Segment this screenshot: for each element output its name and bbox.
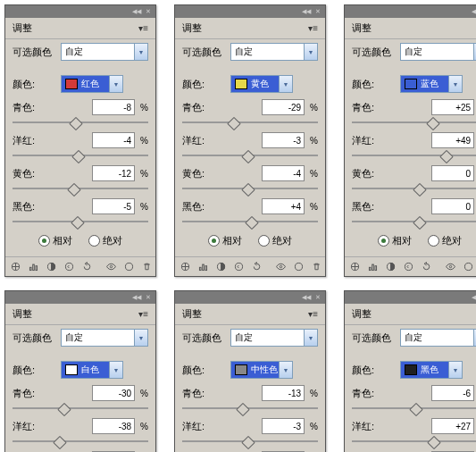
slider-track[interactable]	[352, 403, 476, 414]
levels-icon[interactable]	[28, 260, 39, 273]
close-icon[interactable]: ✕	[313, 293, 322, 302]
value-input[interactable]	[92, 165, 135, 181]
visibility-icon[interactable]	[105, 260, 117, 273]
slider-thumb[interactable]	[228, 117, 242, 131]
value-input[interactable]	[262, 165, 305, 181]
mask-icon[interactable]	[46, 260, 57, 273]
value-input[interactable]	[262, 99, 305, 115]
radio-relative[interactable]: 相对	[38, 234, 72, 247]
slider-track[interactable]	[182, 403, 318, 414]
slider-thumb[interactable]	[413, 216, 427, 230]
value-input[interactable]	[92, 198, 135, 214]
minimize-icon[interactable]: ◀◀	[132, 293, 141, 302]
slider-thumb[interactable]	[426, 117, 440, 131]
value-input[interactable]	[92, 385, 135, 401]
slider-thumb[interactable]	[241, 183, 255, 197]
reset-icon[interactable]	[81, 260, 93, 273]
value-input[interactable]	[262, 198, 305, 214]
color-select[interactable]: 黑色▼	[400, 361, 463, 379]
chevron-down-icon[interactable]: ▼	[279, 76, 292, 92]
minimize-icon[interactable]: ◀◀	[302, 7, 311, 16]
minimize-icon[interactable]: ◀◀	[472, 293, 476, 302]
color-select[interactable]: 蓝色▼	[400, 75, 463, 93]
chevron-down-icon[interactable]: ▼	[448, 76, 462, 92]
value-input[interactable]	[92, 132, 135, 148]
slider-thumb[interactable]	[236, 403, 250, 417]
trash-icon[interactable]	[311, 260, 322, 273]
view-prev-icon[interactable]	[233, 260, 245, 273]
value-input[interactable]	[92, 99, 135, 115]
slider-track[interactable]	[182, 117, 318, 128]
slider-track[interactable]	[182, 216, 318, 227]
value-input[interactable]	[262, 385, 305, 401]
slider-thumb[interactable]	[241, 436, 255, 450]
slider-track[interactable]	[182, 150, 318, 161]
preset-select[interactable]: 自定▼	[400, 329, 476, 347]
slider-track[interactable]	[13, 436, 148, 447]
chevron-down-icon[interactable]: ▼	[448, 362, 462, 378]
minimize-icon[interactable]: ◀◀	[132, 7, 141, 16]
selective-color-icon[interactable]	[10, 260, 21, 273]
slider-track[interactable]	[352, 183, 476, 194]
preset-select[interactable]: 自定▼	[230, 43, 318, 61]
preset-select[interactable]: 自定▼	[61, 329, 148, 347]
slider-thumb[interactable]	[71, 150, 86, 164]
radio-absolute[interactable]: 绝对	[88, 234, 122, 247]
slider-track[interactable]	[13, 403, 148, 414]
levels-icon[interactable]	[367, 260, 379, 273]
slider-thumb[interactable]	[413, 183, 427, 197]
slider-thumb[interactable]	[246, 216, 260, 230]
radio-relative[interactable]: 相对	[208, 234, 242, 247]
chevron-down-icon[interactable]: ▼	[304, 44, 317, 60]
slider-thumb[interactable]	[410, 403, 424, 417]
slider-thumb[interactable]	[53, 436, 67, 450]
slider-track[interactable]	[182, 183, 318, 194]
reset-icon[interactable]	[421, 260, 432, 273]
radio-absolute[interactable]: 绝对	[258, 234, 292, 247]
chevron-down-icon[interactable]: ▼	[134, 330, 147, 346]
color-select[interactable]: 黄色▼	[230, 75, 293, 93]
value-input[interactable]	[92, 418, 135, 434]
clip-icon[interactable]	[463, 260, 474, 273]
value-input[interactable]	[431, 165, 474, 181]
slider-track[interactable]	[182, 436, 318, 447]
slider-track[interactable]	[352, 436, 476, 447]
close-icon[interactable]: ✕	[313, 7, 322, 16]
panel-tab[interactable]: 调整▾≡	[345, 18, 476, 39]
panel-tab[interactable]: 调整▾≡	[345, 304, 476, 325]
radio-absolute[interactable]: 绝对	[428, 234, 462, 247]
panel-tab[interactable]: 调整▾≡	[5, 304, 155, 325]
value-input[interactable]	[431, 385, 474, 401]
value-input[interactable]	[431, 418, 474, 434]
chevron-down-icon[interactable]: ▼	[304, 330, 317, 346]
slider-thumb[interactable]	[428, 436, 442, 450]
slider-track[interactable]	[352, 216, 476, 227]
visibility-icon[interactable]	[445, 260, 456, 273]
close-icon[interactable]: ✕	[144, 7, 153, 16]
view-prev-icon[interactable]	[403, 260, 414, 273]
slider-thumb[interactable]	[71, 216, 85, 230]
chevron-down-icon[interactable]: ▼	[109, 362, 122, 378]
panel-menu-icon[interactable]: ▾≡	[138, 309, 148, 319]
value-input[interactable]	[262, 132, 305, 148]
slider-track[interactable]	[13, 150, 148, 161]
slider-thumb[interactable]	[67, 183, 81, 197]
slider-track[interactable]	[13, 183, 148, 194]
trash-icon[interactable]	[141, 260, 153, 273]
panel-menu-icon[interactable]: ▾≡	[308, 309, 318, 319]
color-select[interactable]: 白色▼	[61, 361, 123, 379]
value-input[interactable]	[262, 418, 305, 434]
selective-color-icon[interactable]	[349, 260, 361, 273]
clip-icon[interactable]	[123, 260, 135, 273]
minimize-icon[interactable]: ◀◀	[302, 293, 311, 302]
visibility-icon[interactable]	[275, 260, 287, 273]
slider-thumb[interactable]	[439, 150, 454, 164]
value-input[interactable]	[431, 99, 474, 115]
chevron-down-icon[interactable]: ▼	[279, 362, 292, 378]
color-select[interactable]: 中性色▼	[230, 361, 293, 379]
selective-color-icon[interactable]	[180, 260, 191, 273]
panel-tab[interactable]: 调整▾≡	[5, 18, 155, 39]
preset-select[interactable]: 自定▼	[61, 43, 148, 61]
panel-menu-icon[interactable]: ▾≡	[138, 23, 148, 33]
view-prev-icon[interactable]	[63, 260, 75, 273]
